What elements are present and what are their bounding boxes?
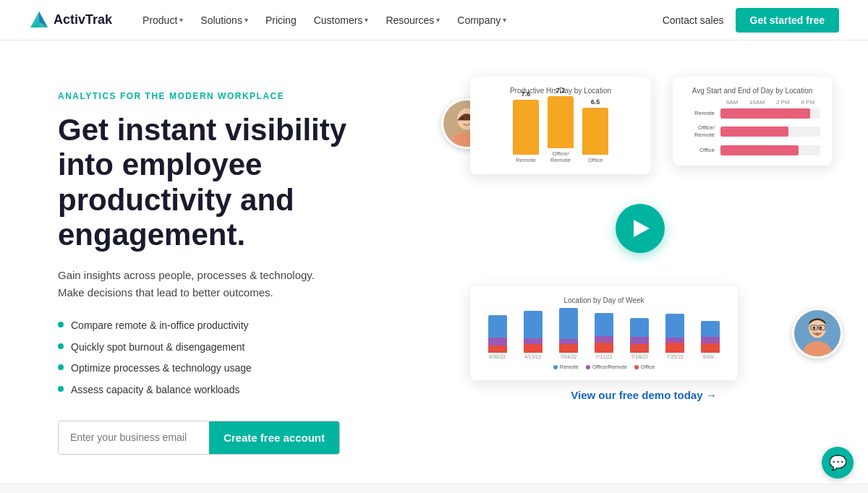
logo-text: ActivTrak (54, 12, 112, 27)
stacked-bar-group: 7/25/22 (665, 314, 684, 359)
demo-link-anchor[interactable]: View our free demo today → (571, 389, 716, 401)
bar-label: Remote (516, 157, 536, 164)
hero-left: ANALYTICS FOR THE MODERN WORKPLACE Get i… (58, 84, 405, 455)
hero-right: Productive Hrs/Day by Location 7.6 Remot… (448, 77, 839, 402)
stacked-bar-group: 8/00/... (701, 321, 720, 359)
stacked-bar-group: 7/04/22 (559, 308, 578, 359)
chat-button[interactable]: 💬 (822, 447, 854, 479)
hero-tag: ANALYTICS FOR THE MODERN WORKPLACE (58, 91, 405, 101)
nav-solutions[interactable]: Solutions ▾ (193, 10, 255, 30)
get-started-button[interactable]: Get started free (736, 8, 839, 33)
person-face-icon (794, 310, 841, 356)
bullet-dot-icon (58, 322, 64, 327)
list-item: Optimize processes & technology usage (58, 361, 405, 376)
create-account-button[interactable]: Create free account (209, 421, 339, 454)
bullet-dot-icon (58, 343, 64, 349)
avatar (792, 308, 843, 359)
list-item: Assess capacity & balance workloads (58, 383, 405, 398)
bar-label: Office (588, 157, 603, 164)
legend-dot-icon (553, 365, 558, 369)
stacked-bar-group: 6/30/22 (488, 315, 507, 359)
chevron-down-icon: ▾ (244, 16, 248, 24)
logo[interactable]: ActivTrak (29, 10, 112, 30)
hbar-chart: Remote Office/Remote Office (684, 108, 820, 155)
bar (513, 100, 539, 155)
list-item: Compare remote & in-office productivity (58, 319, 405, 333)
nav-resources[interactable]: Resources ▾ (378, 10, 447, 30)
chevron-down-icon: ▾ (436, 16, 440, 24)
bar-group: 6.5 Office (582, 98, 608, 164)
svg-point-12 (813, 327, 816, 330)
hbar-row: Office (684, 145, 820, 155)
nav-customers[interactable]: Customers ▾ (307, 10, 376, 30)
legend-item-remote: Remote (553, 364, 579, 370)
stacked-bar (701, 321, 720, 353)
hbar-row: Remote (684, 108, 820, 119)
legend-item-office: Office (634, 364, 655, 370)
bar (548, 96, 574, 148)
bar-date-label: 7/25/22 (667, 354, 684, 359)
hero-section: ANALYTICS FOR THE MODERN WORKPLACE Get i… (0, 40, 868, 484)
email-input[interactable] (59, 421, 209, 454)
legend-dot-icon (586, 365, 590, 369)
stacked-bar (488, 315, 507, 353)
bar-group: 7.2 Office/Remote (548, 87, 574, 164)
stacked-bar (665, 314, 684, 353)
contact-sales-button[interactable]: Contact sales (663, 14, 724, 26)
nav-left: ActivTrak Product ▾ Solutions ▾ Pricing … (29, 10, 514, 30)
stacked-bar (559, 308, 578, 353)
hbar-chart-card: Avg Start and End of Day by Location 6AM… (673, 77, 832, 166)
hbar-row: Office/Remote (684, 124, 820, 140)
play-icon (634, 220, 650, 237)
hbar-fill (720, 145, 799, 155)
bar-date-label: 7/11/22 (595, 354, 612, 359)
chevron-down-icon: ▾ (365, 16, 368, 24)
cta-form: Create free account (58, 421, 340, 455)
bar-date-label: 8/00/... (703, 354, 718, 359)
bar-date-label: 6/30/22 (489, 354, 506, 359)
logo-icon (29, 10, 49, 30)
play-button[interactable] (616, 204, 665, 253)
bar-value: 7.2 (556, 87, 566, 94)
nav-right: Contact sales Get started free (663, 8, 839, 33)
chevron-down-icon: ▾ (503, 16, 506, 24)
hbar-header: 6AM 10AM 2 PM 6 PM (720, 99, 820, 106)
hbar-fill (720, 108, 810, 119)
nav-links: Product ▾ Solutions ▾ Pricing Customers … (135, 10, 514, 30)
hbar-label: Office/Remote (684, 124, 715, 140)
hbar-bg (720, 127, 820, 137)
svg-point-7 (461, 117, 464, 120)
hbar-chart-title: Avg Start and End of Day by Location (684, 87, 820, 95)
hero-title: Get instant visibility into employee pro… (58, 113, 405, 252)
bar-value: 6.5 (591, 98, 600, 106)
stacked-chart: 6/30/22 4/13/22 (482, 309, 726, 359)
stacked-chart-title: Location by Day of Week (482, 296, 726, 304)
list-item: Quickly spot burnout & disengagement (58, 340, 405, 355)
nav-pricing[interactable]: Pricing (258, 10, 304, 30)
chevron-down-icon: ▾ (179, 16, 183, 24)
chart-legend: Remote Office/Remote Office (482, 364, 726, 370)
hbar-fill (720, 127, 788, 137)
bar-date-label: 7/18/22 (631, 354, 647, 359)
bar-chart: 7.6 Remote 7.2 Office/Remote 6.5 Office (482, 99, 639, 164)
bar-chart-card: Productive Hrs/Day by Location 7.6 Remot… (470, 77, 651, 174)
stacked-bar (524, 311, 542, 353)
stacked-bar (595, 313, 613, 353)
stacked-bar-group: 7/11/22 (595, 313, 613, 359)
hbar-label: Remote (684, 110, 715, 117)
bar-value: 7.6 (522, 90, 531, 98)
bullet-list: Compare remote & in-office productivity … (58, 319, 405, 397)
bar (582, 108, 608, 155)
legend-dot-icon (634, 365, 639, 369)
stacked-bar-group: 7/18/22 (630, 318, 649, 359)
nav-product[interactable]: Product ▾ (135, 10, 190, 30)
bar-label: Office/Remote (550, 150, 571, 164)
svg-point-13 (820, 327, 822, 330)
nav-company[interactable]: Company ▾ (450, 10, 514, 30)
hbar-label: Office (684, 147, 715, 154)
hbar-bg (720, 108, 820, 119)
bar-group: 7.6 Remote (513, 90, 539, 164)
legend-item-office-remote: Office/Remote (586, 364, 627, 370)
bar-date-label: 7/04/22 (560, 354, 576, 359)
hbar-bg (720, 145, 820, 155)
